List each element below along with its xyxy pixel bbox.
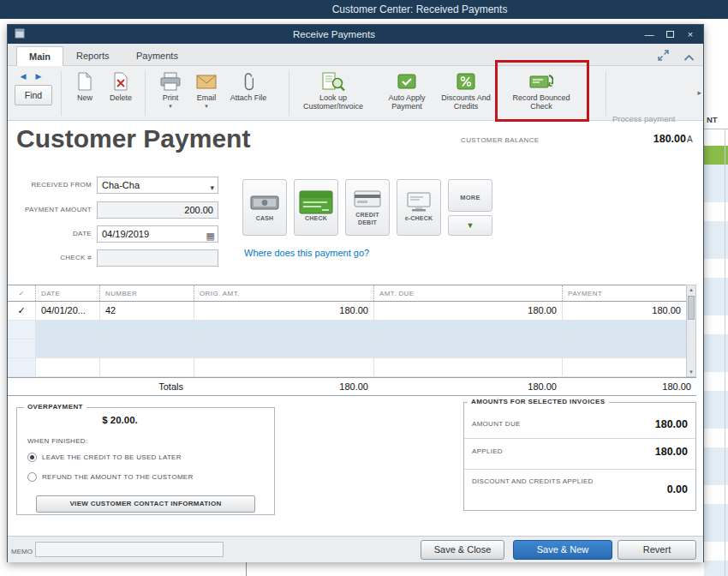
overpayment-amount: $ 20.00. xyxy=(51,415,188,425)
check-number-field[interactable] xyxy=(97,249,218,267)
scroll-down-icon[interactable]: ▼ xyxy=(687,369,695,375)
payment-method-credit-debit[interactable]: CREDIT DEBIT xyxy=(345,179,390,236)
window-icon xyxy=(15,27,25,42)
collapse-ribbon-icon[interactable] xyxy=(683,50,695,65)
table-row-empty[interactable] xyxy=(8,339,696,358)
screen: Customer Center: Received Payments NT Re… xyxy=(0,0,728,576)
lookup-magnifier-icon xyxy=(321,71,345,92)
overpayment-title: OVERPAYMENT xyxy=(24,403,87,411)
cell-amt-due[interactable]: 180.00 xyxy=(373,302,562,320)
tab-bar: Main Reports Payments xyxy=(8,44,703,66)
tab-main[interactable]: Main xyxy=(16,46,63,66)
discounts-percent-icon xyxy=(456,71,476,92)
radio-unselected-icon[interactable] xyxy=(27,472,37,482)
envelope-icon xyxy=(196,71,217,92)
print-dropdown-arrow-icon[interactable]: ▾ xyxy=(169,104,172,109)
tab-payments[interactable]: Payments xyxy=(124,46,190,66)
tab-reports[interactable]: Reports xyxy=(64,46,122,66)
totals-orig-amt: 180.00 xyxy=(194,378,373,395)
record-bounced-check-button[interactable]: Record Bounced Check xyxy=(503,71,580,111)
invoice-table: ✓ DATE NUMBER ORIG. AMT. AMT. DUE PAYMEN… xyxy=(8,285,696,396)
date-field[interactable]: 04/19/2019 ▦ xyxy=(97,225,218,243)
option-refund-amount[interactable]: REFUND THE AMOUNT TO THE CUSTOMER xyxy=(27,472,194,482)
table-row-empty[interactable] xyxy=(8,321,696,339)
table-row-selected[interactable]: ✓ 04/01/20... 42 180.00 180.00 180.00 xyxy=(8,302,696,321)
header-date[interactable]: DATE xyxy=(35,285,99,301)
forward-button[interactable]: ▶ xyxy=(32,70,45,82)
toolbar-separator xyxy=(61,71,62,116)
cash-icon xyxy=(249,192,280,213)
email-dropdown-arrow-icon[interactable]: ▾ xyxy=(205,104,208,109)
background-partial-column-header: NT xyxy=(707,115,718,124)
attach-file-button[interactable]: Attach File xyxy=(229,71,268,102)
header-number[interactable]: NUMBER xyxy=(99,285,194,301)
discounts-and-credits-button[interactable]: Discounts And Credits xyxy=(439,71,492,111)
cell-payment[interactable]: 180.00 xyxy=(562,302,686,320)
restore-icon xyxy=(666,31,674,38)
received-from-label: RECEIVED FROM xyxy=(8,181,92,189)
totals-label: Totals xyxy=(8,378,194,395)
cell-date[interactable]: 04/01/20... xyxy=(35,302,99,320)
background-window-title: Customer Center: Received Payments xyxy=(332,3,508,15)
totals-row: Totals 180.00 180.00 180.00 xyxy=(8,377,696,396)
check-number-label: CHECK # xyxy=(8,254,92,261)
payment-method-check[interactable]: CHECK xyxy=(294,179,338,236)
expand-window-icon[interactable] xyxy=(657,49,670,65)
cell-number[interactable]: 42 xyxy=(99,302,194,320)
memo-label: MEMO xyxy=(11,548,33,555)
payment-amount-label: PAYMENT AMOUNT xyxy=(8,206,92,213)
received-from-value: Cha-Cha xyxy=(102,180,140,190)
back-button[interactable]: ◀ xyxy=(16,70,30,82)
row-checkmark-icon[interactable]: ✓ xyxy=(8,302,35,320)
lookup-customer-invoice-button[interactable]: Look up Customer/Invoice xyxy=(294,71,373,111)
delete-page-icon xyxy=(113,71,128,92)
overpayment-section: OVERPAYMENT $ 20.00. WHEN FINISHED: LEAV… xyxy=(16,407,275,515)
find-button[interactable]: Find xyxy=(15,85,52,105)
dropdown-arrow-icon[interactable]: ▾ xyxy=(210,180,214,195)
payment-method-more-dropdown[interactable]: ▼ xyxy=(448,215,492,236)
maximize-button[interactable] xyxy=(664,28,676,40)
toolbar-overflow-icon[interactable]: ▸ xyxy=(697,88,701,97)
option-leave-credit[interactable]: LEAVE THE CREDIT TO BE USED LATER xyxy=(27,453,182,462)
memo-input[interactable] xyxy=(35,542,224,557)
minimize-button[interactable]: — xyxy=(643,28,655,40)
header-amt-due[interactable]: AMT. DUE xyxy=(373,285,562,301)
calendar-icon[interactable]: ▦ xyxy=(206,228,215,243)
view-customer-contact-button[interactable]: VIEW CUSTOMER CONTACT INFORMATION xyxy=(36,495,255,513)
cell-orig-amt[interactable]: 180.00 xyxy=(194,302,373,320)
scrollbar-thumb[interactable] xyxy=(688,296,695,320)
totals-payment: 180.00 xyxy=(562,378,696,395)
header-payment[interactable]: PAYMENT xyxy=(562,285,686,301)
save-and-close-button[interactable]: Save & Close xyxy=(421,540,504,560)
payment-amount-value: 200.00 xyxy=(184,205,213,215)
where-payment-goes-link[interactable]: Where does this payment go? xyxy=(244,248,369,258)
find-label: Find xyxy=(25,90,42,100)
delete-button[interactable]: Delete xyxy=(104,71,138,102)
paperclip-icon xyxy=(243,71,254,92)
date-value: 04/19/2019 xyxy=(102,229,149,239)
radio-selected-icon[interactable] xyxy=(27,453,37,462)
revert-button[interactable]: Revert xyxy=(618,540,696,560)
received-from-dropdown[interactable]: Cha-Cha ▾ xyxy=(97,177,218,194)
new-button[interactable]: New xyxy=(68,71,102,102)
discount-credits-row: DISCOUNT AND CREDITS APPLIED 0.00 xyxy=(464,470,695,509)
close-button[interactable]: × xyxy=(684,28,696,40)
table-scrollbar[interactable]: ▲ ▼ xyxy=(686,285,696,377)
credit-card-icon xyxy=(354,189,381,209)
echeck-monitor-icon xyxy=(406,192,432,213)
payment-amount-field[interactable]: 200.00 xyxy=(97,201,218,219)
save-and-new-button[interactable]: Save & New xyxy=(513,540,612,560)
header-checkmark-icon: ✓ xyxy=(8,285,35,301)
header-orig-amt[interactable]: ORIG. AMT. xyxy=(194,285,373,301)
print-button[interactable]: Print ▾ xyxy=(152,71,189,109)
payment-method-cash[interactable]: CASH xyxy=(242,179,287,236)
payment-method-more[interactable]: MORE xyxy=(448,179,492,212)
discount-credits-value: 0.00 xyxy=(667,483,688,495)
email-button[interactable]: Email ▾ xyxy=(189,71,224,109)
window-title: Receive Payments xyxy=(25,29,643,39)
scroll-up-icon[interactable]: ▲ xyxy=(687,287,695,292)
new-page-icon xyxy=(77,71,92,92)
table-row-empty[interactable] xyxy=(8,358,696,377)
auto-apply-payment-button[interactable]: Auto Apply Payment xyxy=(378,71,436,111)
payment-method-echeck[interactable]: e-CHECK xyxy=(397,179,441,236)
